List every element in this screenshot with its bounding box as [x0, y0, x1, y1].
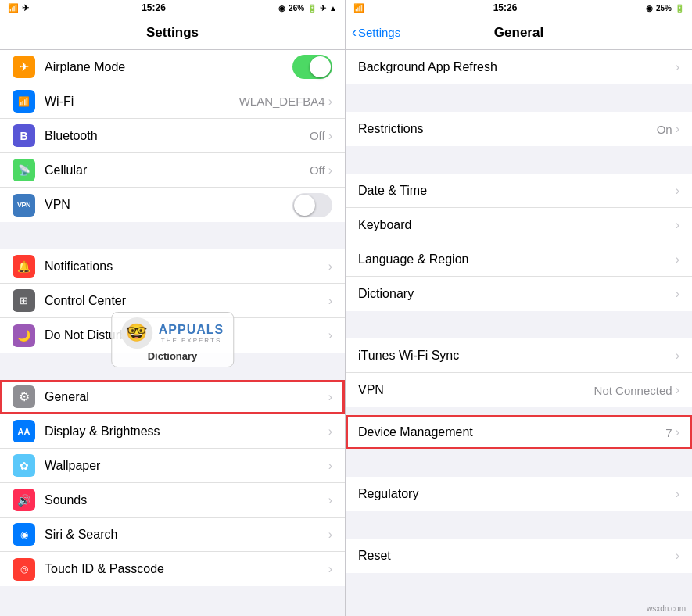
row-restrictions[interactable]: Restrictions On › [346, 112, 692, 146]
left-nav-bar: Settings [0, 16, 345, 50]
section-connectivity: ✈ Airplane Mode 📶 Wi-Fi WLAN_DEFBA4 › B … [0, 50, 345, 222]
section-notifications: 🔔 Notifications 🤓 APPUALS THE EXPERTS [0, 249, 345, 353]
vpn-right-value: Not Connected [594, 384, 672, 397]
row-siri[interactable]: ◉ Siri & Search › [0, 518, 345, 552]
wifi-status-icon: 📶 [8, 3, 19, 13]
right-time: 15:26 [493, 2, 518, 13]
notifications-icon: 🔔 [13, 255, 35, 278]
battery-pct: 26% [289, 4, 304, 13]
vpn-right-chevron: › [676, 383, 679, 397]
left-right-icons: ◉ 26% 🔋 ✈ ▲ [278, 4, 337, 13]
back-label: Settings [358, 26, 400, 39]
r-section-3: Date & Time › Keyboard › Language & Regi… [346, 174, 692, 311]
general-icon: ⚙ [13, 385, 35, 408]
vpn-label: VPN [45, 198, 292, 212]
r-section-5: Device Management 7 › [346, 415, 692, 449]
right-settings-list: Background App Refresh › Restrictions On… [346, 50, 692, 600]
row-airplane[interactable]: ✈ Airplane Mode [0, 50, 345, 84]
device-mgmt-value: 7 [665, 426, 672, 439]
row-vpn-right[interactable]: VPN Not Connected › [346, 373, 692, 407]
row-vpn[interactable]: VPN VPN [0, 188, 345, 222]
dnd-icon: 🌙 [13, 324, 35, 347]
airplane-label: Airplane Mode [45, 60, 292, 74]
vpn-right-label: VPN [358, 383, 594, 397]
dictionary-chevron: › [676, 287, 679, 301]
airplane-icon: ✈ [320, 4, 326, 13]
display-label: Display & Brightness [45, 424, 328, 439]
touch-id-chevron: › [328, 562, 332, 576]
touch-id-icon: ◎ [13, 558, 35, 581]
wifi-chevron: › [328, 95, 332, 109]
row-notifications[interactable]: 🔔 Notifications 🤓 APPUALS THE EXPERTS [0, 249, 345, 284]
bluetooth-value: Off [310, 129, 325, 142]
row-date-time[interactable]: Date & Time › [346, 174, 692, 208]
row-cellular[interactable]: 📡 Cellular Off › [0, 153, 345, 188]
dictionary-label: Dictionary [358, 287, 676, 301]
row-display[interactable]: AA Display & Brightness › [0, 414, 345, 449]
display-icon: AA [13, 420, 35, 442]
vpn-icon: VPN [13, 194, 35, 217]
row-itunes-wifi[interactable]: iTunes Wi-Fi Sync › [346, 338, 692, 373]
row-wifi[interactable]: 📶 Wi-Fi WLAN_DEFBA4 › [0, 84, 345, 119]
itunes-wifi-chevron: › [676, 349, 679, 363]
right-status-bar: 📶 15:26 ◉ 25% 🔋 [346, 0, 692, 16]
r-section-6: Regulatory › [346, 477, 692, 511]
notifications-label: Notifications [45, 260, 328, 274]
bg-app-refresh-label: Background App Refresh [358, 60, 676, 74]
left-time: 15:26 [142, 2, 166, 13]
sounds-chevron: › [328, 493, 332, 507]
row-sounds[interactable]: 🔊 Sounds › [0, 483, 345, 518]
general-chevron: › [328, 390, 332, 404]
r-section-1: Background App Refresh › [346, 50, 692, 84]
row-bg-app-refresh[interactable]: Background App Refresh › [346, 50, 692, 84]
right-right-icons: ◉ 25% 🔋 [646, 4, 684, 13]
back-to-settings[interactable]: ‹ Settings [352, 24, 400, 41]
row-wallpaper[interactable]: ✿ Wallpaper › [0, 449, 345, 483]
itunes-wifi-label: iTunes Wi-Fi Sync [358, 349, 676, 363]
row-bluetooth[interactable]: B Bluetooth Off › [0, 119, 345, 153]
cellular-label: Cellular [45, 163, 310, 177]
vpn-toggle[interactable] [292, 193, 332, 217]
date-time-chevron: › [676, 184, 679, 198]
device-mgmt-chevron: › [676, 425, 679, 439]
left-status-bar: 📶 ✈ 15:26 ◉ 26% 🔋 ✈ ▲ [0, 0, 345, 16]
r-battery-pct: 25% [656, 4, 672, 13]
cellular-icon: 📡 [13, 159, 35, 181]
wifi-label: Wi-Fi [45, 95, 239, 109]
notifications-chevron: › [328, 260, 332, 274]
footer-bar: wsxdn.com [346, 600, 692, 616]
right-nav-bar: ‹ Settings General [346, 16, 692, 50]
bluetooth-label: Bluetooth [45, 129, 310, 143]
footer-text: wsxdn.com [647, 604, 686, 613]
left-nav-title: Settings [146, 25, 199, 41]
row-device-management[interactable]: Device Management 7 › [346, 415, 692, 449]
restrictions-value: On [657, 123, 672, 136]
r-battery-icon: 🔋 [675, 4, 684, 13]
reset-label: Reset [358, 549, 676, 563]
row-touch-id[interactable]: ◎ Touch ID & Passcode › [0, 552, 345, 586]
siri-label: Siri & Search [45, 528, 328, 542]
language-region-label: Language & Region [358, 252, 676, 267]
location-icon: ◉ [278, 4, 285, 13]
bluetooth-icon: B [13, 124, 35, 147]
row-control-center[interactable]: ⊞ Control Center › [0, 284, 345, 318]
row-keyboard[interactable]: Keyboard › [346, 208, 692, 242]
battery-icon: 🔋 [307, 4, 317, 13]
airplane-toggle[interactable] [292, 55, 332, 79]
sounds-label: Sounds [45, 493, 328, 507]
row-general[interactable]: ⚙ General › [0, 380, 345, 414]
row-dictionary[interactable]: Dictionary › [346, 277, 692, 311]
cellular-value: Off [310, 163, 325, 177]
bluetooth-chevron: › [328, 129, 332, 143]
row-language-region[interactable]: Language & Region › [346, 242, 692, 277]
row-do-not-disturb[interactable]: 🌙 Do Not Disturb › [0, 318, 345, 353]
r-location-icon: ◉ [646, 4, 653, 13]
row-regulatory[interactable]: Regulatory › [346, 477, 692, 511]
row-reset[interactable]: Reset › [346, 539, 692, 573]
wallpaper-label: Wallpaper [45, 459, 328, 473]
date-time-label: Date & Time [358, 184, 676, 198]
regulatory-label: Regulatory [358, 487, 676, 501]
back-chevron: ‹ [352, 24, 357, 41]
airplane-mode-icon: ✈ [13, 56, 35, 78]
control-center-icon: ⊞ [13, 289, 35, 312]
